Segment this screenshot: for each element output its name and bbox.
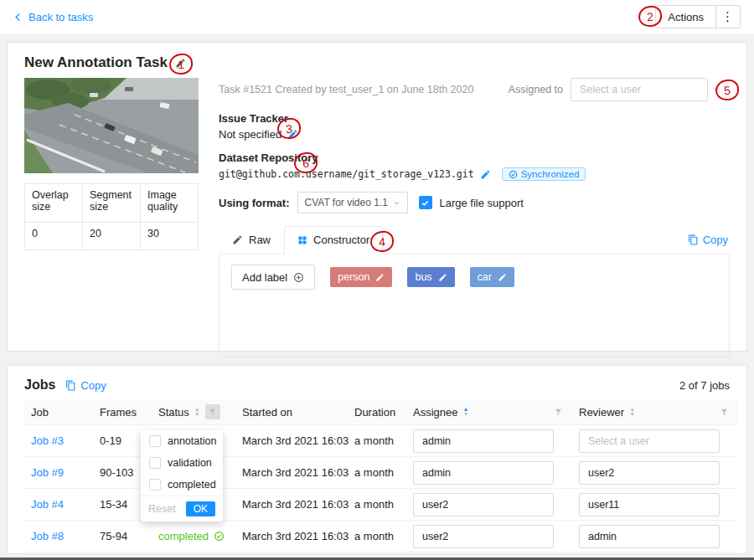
actions-button[interactable]: Actions ⋮ (655, 5, 741, 28)
job-reviewer-input[interactable] (579, 429, 720, 453)
assignee-sorter[interactable]: ▲▼ (462, 407, 468, 417)
label-edit-icon[interactable] (498, 273, 507, 282)
constructor-icon (297, 235, 307, 245)
job-link[interactable]: Job #9 (31, 466, 64, 479)
assignee-filter-icon[interactable] (550, 404, 566, 419)
task-assignee-input[interactable] (571, 78, 708, 101)
filter-ok-button[interactable]: OK (186, 501, 215, 516)
task-meta: Task #1521 Created by test_user_1 on Jun… (219, 84, 473, 95)
col-frames: Frames (100, 406, 137, 419)
job-assignee-input[interactable] (413, 525, 554, 548)
label-chip-person-name: person (338, 271, 369, 283)
jobs-header-row: Job Frames Status ▲▼ Started on Duration… (24, 399, 738, 425)
labels-constructor-panel: Add label person bus (219, 254, 730, 357)
job-row: Job #3 0-19 March 3rd 2021 16:03 a month (24, 425, 738, 457)
label-chip-bus-name: bus (415, 271, 431, 283)
label-edit-icon[interactable] (375, 273, 385, 282)
col-duration: Duration (354, 406, 395, 419)
filter-checkbox[interactable] (149, 479, 161, 491)
job-link[interactable]: Job #3 (31, 434, 64, 447)
task-preview-image (24, 78, 199, 173)
format-select[interactable]: CVAT for video 1.1 (297, 192, 408, 213)
add-label-text: Add label (242, 271, 287, 284)
duration-cell: a month (348, 425, 406, 457)
col-status: Status (158, 406, 189, 419)
copy-labels-button[interactable]: Copy (688, 234, 728, 246)
check-circle-icon (509, 170, 518, 179)
label-edit-icon[interactable] (438, 273, 447, 282)
job-assignee-input[interactable] (413, 461, 554, 485)
label-chip-person[interactable]: person (330, 267, 392, 287)
started-cell: March 3rd 2021 16:03 (235, 489, 348, 521)
back-to-tasks-link[interactable]: Back to tasks (13, 11, 93, 23)
duration-cell: a month (348, 489, 406, 521)
checkbox-check-icon (421, 198, 430, 208)
started-cell: March 3rd 2021 16:03 (235, 425, 348, 457)
copy-labels-label: Copy (703, 234, 728, 246)
filter-option-label: completed (168, 479, 216, 491)
large-file-checkbox[interactable] (419, 196, 432, 209)
label-chip-bus[interactable]: bus (407, 267, 454, 287)
job-reviewer-input[interactable] (579, 493, 720, 516)
started-cell: March 3rd 2021 16:03 (235, 521, 348, 552)
more-dots-icon[interactable]: ⋮ (716, 6, 740, 28)
status-cell: completed (152, 521, 235, 552)
assigned-to-label: Assigned to (509, 84, 563, 95)
status-sorter[interactable]: ▲▼ (194, 407, 200, 417)
plus-circle-icon (293, 272, 304, 283)
sync-badge-label: Synchronized (521, 169, 580, 179)
sync-status-badge[interactable]: Synchronized (502, 167, 586, 181)
col-reviewer: Reviewer (579, 406, 624, 419)
repository-edit-icon[interactable] (480, 169, 491, 180)
sort-caret-down-icon: ▼ (194, 412, 200, 417)
filter-reset-button[interactable]: Reset (148, 503, 176, 515)
col-assignee: Assignee (413, 406, 457, 419)
col-job: Job (31, 406, 49, 419)
reviewer-sorter[interactable]: ▲▼ (629, 407, 635, 417)
task-left-column: Overlap size Segment size Image quality … (24, 78, 199, 357)
filter-option-annotation[interactable]: annotation (141, 430, 223, 452)
copy-jobs-label: Copy (80, 379, 106, 392)
sort-caret-down-icon: ▼ (629, 412, 635, 417)
col-started: Started on (242, 406, 292, 419)
param-header-overlap: Overlap size (25, 184, 83, 223)
status-completed-label: completed (158, 530, 209, 542)
constructor-tab-label: Constructor (313, 234, 369, 246)
back-link-label: Back to tasks (28, 11, 93, 23)
label-chip-car[interactable]: car (470, 267, 514, 287)
filter-option-validation[interactable]: validation (141, 452, 223, 474)
param-header-quality: Image quality (141, 184, 199, 223)
job-row: Job #4 15-34 March 3rd 2021 16:03 a mont… (24, 489, 738, 521)
frames-cell: 75-94 (93, 521, 152, 552)
job-reviewer-input[interactable] (579, 461, 720, 485)
job-link[interactable]: Job #4 (31, 498, 64, 511)
duration-cell: a month (348, 521, 406, 552)
task-title: New Annotation Task (24, 54, 168, 71)
job-assignee-input[interactable] (413, 429, 554, 453)
task-details-card: New Annotation Task (7, 42, 747, 352)
label-chip-car-name: car (478, 271, 492, 283)
status-completed-icon (214, 531, 225, 542)
reviewer-filter-icon[interactable] (716, 404, 731, 419)
filter-checkbox[interactable] (149, 435, 161, 447)
job-link[interactable]: Job #8 (31, 530, 64, 542)
copy-icon (688, 234, 699, 245)
copy-jobs-button[interactable]: Copy (65, 379, 106, 392)
raw-tab-label: Raw (249, 234, 271, 246)
duration-cell: a month (348, 457, 406, 489)
format-select-value: CVAT for video 1.1 (305, 197, 388, 208)
dataset-repository-value: git@github.com:username/git_storage_v123… (219, 168, 474, 180)
filter-checkbox[interactable] (149, 457, 161, 469)
job-assignee-input[interactable] (413, 493, 554, 516)
add-label-button[interactable]: Add label (231, 265, 315, 290)
tab-raw[interactable]: Raw (219, 225, 284, 254)
job-reviewer-input[interactable] (579, 525, 720, 548)
tab-constructor[interactable]: Constructor (284, 226, 383, 254)
using-format-label: Using format: (219, 197, 290, 209)
jobs-table: Job Frames Status ▲▼ Started on Duration… (24, 399, 738, 552)
raw-tab-pencil-icon (232, 234, 243, 245)
chevron-left-icon (13, 13, 23, 22)
param-header-segment: Segment size (83, 184, 141, 223)
filter-option-completed[interactable]: completed (141, 474, 223, 496)
status-filter-icon[interactable] (205, 404, 220, 419)
